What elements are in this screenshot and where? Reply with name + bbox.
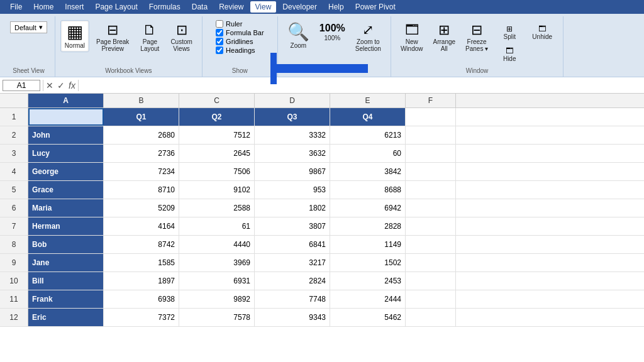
cell-d12[interactable]: 9343 (255, 309, 330, 326)
cell-e7[interactable]: 2828 (330, 217, 406, 235)
formula-input[interactable] (81, 81, 641, 90)
normal-view-button[interactable]: ▦ Normal (60, 20, 89, 52)
cell-f3[interactable] (406, 145, 456, 162)
cell-b10[interactable]: 1897 (104, 272, 179, 290)
cell-f12[interactable] (406, 309, 456, 326)
cell-a9[interactable]: Jane (28, 254, 104, 272)
cell-d3[interactable]: 3632 (255, 145, 330, 162)
cell-d8[interactable]: 6841 (255, 236, 330, 253)
cell-c10[interactable]: 6931 (179, 272, 255, 290)
cell-b9[interactable]: 1585 (104, 254, 179, 272)
cell-f5[interactable] (406, 181, 456, 199)
cell-a4[interactable]: George (28, 163, 104, 180)
cell-e12[interactable]: 5462 (330, 309, 406, 326)
ruler-checkbox[interactable] (216, 20, 223, 28)
freeze-panes-button[interactable]: ⊟ FreezePanes ▾ (461, 20, 492, 55)
cell-f9[interactable] (406, 254, 456, 272)
cell-d1[interactable]: Q3 (255, 108, 330, 126)
menu-insert[interactable]: Insert (60, 1, 89, 13)
menu-data[interactable]: Data (187, 1, 213, 13)
menu-file[interactable]: File (5, 1, 27, 13)
cell-b12[interactable]: 7372 (104, 309, 179, 326)
cell-f6[interactable] (406, 199, 456, 217)
page-layout-button[interactable]: 🗋 PageLayout (136, 20, 164, 55)
cell-c12[interactable]: 7578 (179, 309, 255, 326)
cell-f11[interactable] (406, 290, 456, 308)
cell-d10[interactable]: 2824 (255, 272, 330, 290)
cell-e9[interactable]: 1502 (330, 254, 406, 272)
cell-f2[interactable] (406, 126, 456, 144)
cell-a11[interactable]: Frank (28, 290, 104, 308)
cell-e2[interactable]: 6213 (330, 126, 406, 144)
cell-a12[interactable]: Eric (28, 309, 104, 326)
cell-d2[interactable]: 3332 (255, 126, 330, 144)
arrange-all-button[interactable]: ⊞ ArrangeAll (428, 20, 460, 55)
formula-bar-checkbox[interactable] (216, 29, 223, 36)
sheet-view-dropdown[interactable]: Default ▾ (10, 21, 47, 33)
cell-a10[interactable]: Bill (28, 272, 104, 290)
cell-a8[interactable]: Bob (28, 236, 104, 253)
cell-b4[interactable]: 7234 (104, 163, 179, 180)
cell-b8[interactable]: 8742 (104, 236, 179, 253)
cell-d11[interactable]: 7748 (255, 290, 330, 308)
menu-page-layout[interactable]: Page Layout (90, 1, 142, 13)
cell-d6[interactable]: 1802 (255, 199, 330, 217)
cell-c11[interactable]: 9892 (179, 290, 255, 308)
new-window-button[interactable]: 🗔 NewWindow (396, 20, 428, 55)
cell-b1[interactable]: Q1 (104, 108, 179, 126)
menu-home[interactable]: Home (28, 1, 58, 13)
cancel-formula-icon[interactable]: ✕ (46, 80, 53, 90)
cell-e8[interactable]: 1149 (330, 236, 406, 253)
cell-reference-input[interactable] (3, 80, 40, 91)
cell-a5[interactable]: Grace (28, 181, 104, 199)
col-header-d[interactable]: D (255, 94, 330, 107)
cell-b7[interactable]: 4164 (104, 217, 179, 235)
cell-a1[interactable] (28, 108, 104, 126)
zoom-100-button[interactable]: 100% 100% (315, 20, 350, 45)
col-header-a[interactable]: A (28, 94, 104, 107)
cell-e11[interactable]: 2444 (330, 290, 406, 308)
custom-views-button[interactable]: ⊡ CustomViews (166, 20, 196, 55)
cell-c6[interactable]: 2588 (179, 199, 255, 217)
menu-developer[interactable]: Developer (277, 1, 322, 13)
cell-a6[interactable]: Maria (28, 199, 104, 217)
unhide-button[interactable]: 🗔 Unhide (526, 23, 558, 42)
col-header-b[interactable]: B (104, 94, 179, 107)
cell-e6[interactable]: 6942 (330, 199, 406, 217)
page-break-preview-button[interactable]: ⊟ Page BreakPreview (92, 20, 133, 55)
cell-b11[interactable]: 6938 (104, 290, 179, 308)
cell-d4[interactable]: 9867 (255, 163, 330, 180)
cell-b6[interactable]: 5209 (104, 199, 179, 217)
cell-c9[interactable]: 3969 (179, 254, 255, 272)
cell-d5[interactable]: 953 (255, 181, 330, 199)
cell-e4[interactable]: 3842 (330, 163, 406, 180)
cell-a7[interactable]: Herman (28, 217, 104, 235)
cell-b5[interactable]: 8710 (104, 181, 179, 199)
cell-f4[interactable] (406, 163, 456, 180)
cell-c7[interactable]: 61 (179, 217, 255, 235)
cell-b2[interactable]: 2680 (104, 126, 179, 144)
headings-checkbox[interactable] (216, 47, 223, 54)
cell-c1[interactable]: Q2 (179, 108, 255, 126)
cell-c8[interactable]: 4440 (179, 236, 255, 253)
cell-c5[interactable]: 9102 (179, 181, 255, 199)
col-header-c[interactable]: C (179, 94, 255, 107)
menu-help[interactable]: Help (323, 1, 349, 13)
confirm-formula-icon[interactable]: ✓ (57, 80, 65, 90)
cell-f10[interactable] (406, 272, 456, 290)
hide-button[interactable]: 🗔 Hide (494, 45, 525, 64)
zoom-button[interactable]: 🔍 Zoom (283, 20, 314, 52)
insert-function-icon[interactable]: fx (69, 80, 75, 90)
gridlines-checkbox[interactable] (216, 38, 223, 45)
cell-b3[interactable]: 2736 (104, 145, 179, 162)
menu-review[interactable]: Review (214, 1, 248, 13)
cell-d9[interactable]: 3217 (255, 254, 330, 272)
cell-c2[interactable]: 7512 (179, 126, 255, 144)
cell-e1[interactable]: Q4 (330, 108, 406, 126)
cell-c4[interactable]: 7506 (179, 163, 255, 180)
menu-formulas[interactable]: Formulas (144, 1, 186, 13)
cell-d7[interactable]: 3807 (255, 217, 330, 235)
cell-f8[interactable] (406, 236, 456, 253)
cell-e10[interactable]: 2453 (330, 272, 406, 290)
cell-f7[interactable] (406, 217, 456, 235)
